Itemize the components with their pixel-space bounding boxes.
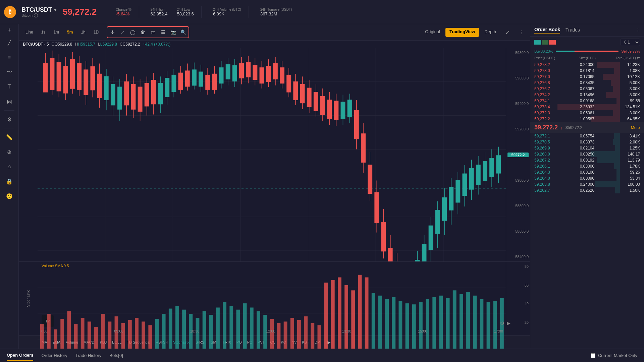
timeframe-1s[interactable]: 1s [39, 29, 48, 36]
search-tool[interactable]: 🔍 [178, 27, 188, 37]
svg-rect-53 [172, 75, 176, 92]
sell-row-9[interactable]: 59,272.3 0.05061 3.00K [530, 110, 644, 116]
svg-rect-93 [307, 88, 311, 107]
sell-row-2[interactable]: 59,278.0 0.01814 1.08K [530, 68, 644, 74]
dropdown-arrow[interactable]: ▼ [53, 8, 57, 12]
buy-percentage: Buy30.23% [534, 49, 553, 53]
sell-row-3[interactable]: 59,277.0 0.17065 10.12K [530, 74, 644, 80]
svg-rect-35 [111, 84, 115, 105]
sell-row-7[interactable]: 59,274.1 0.00168 99.58 [530, 98, 644, 104]
timeframe-1d[interactable]: 1D [91, 29, 101, 36]
svg-rect-107 [355, 110, 359, 139]
horizontal-line-tool[interactable]: ≡ [3, 51, 15, 63]
more-button[interactable]: More [631, 125, 640, 130]
fibonacci-tool[interactable]: ⋈ [3, 96, 15, 108]
sell-row-8[interactable]: 59,273.4 2.26932 134.51K [530, 104, 644, 110]
circle-tool[interactable]: ◯ [128, 27, 138, 37]
current-price-row: 59,272.2 ↓ $59272.2 More [530, 122, 644, 133]
buy-row-8[interactable]: 59,264.0 0.00090 53.34 [530, 175, 644, 181]
draw-line-tool[interactable]: ╱ [3, 37, 15, 49]
text-tool[interactable]: T [3, 81, 15, 93]
ruler-tool[interactable]: 📏 [3, 131, 15, 143]
book-headers: Price(USDT) Size(BTC) Total(USDT) ⇄ [530, 55, 644, 62]
scroll-right-btn[interactable]: ▶ [507, 320, 511, 326]
svg-rect-210 [426, 299, 429, 349]
price-label-5: 59000.0 [507, 178, 529, 182]
order-book-tab[interactable]: Order Book [534, 27, 560, 34]
bots-tab[interactable]: Bots[0] [109, 350, 123, 361]
sell-row-6[interactable]: 59,274.2 0.13496 8.00K [530, 92, 644, 98]
expand-view-btn[interactable]: ⤢ [501, 28, 514, 37]
time-900: 09:00 [114, 329, 123, 333]
svg-rect-47 [152, 80, 156, 104]
chart-settings-btn[interactable]: ⚙ [500, 320, 504, 326]
buy-row-4[interactable]: 59,268.0 0.00250 148.17 [530, 151, 644, 157]
open-orders-tab[interactable]: Open Orders [7, 350, 33, 361]
tradingview-btn[interactable]: TradingView [445, 28, 479, 37]
sell-row-5[interactable]: 59,276.7 0.05067 3.00K [530, 86, 644, 92]
timeframe-1h[interactable]: 1h [78, 29, 88, 36]
magnet-tool[interactable]: ⌂ [3, 161, 15, 173]
color-filter-blocks[interactable] [534, 40, 556, 45]
buy-row-3[interactable]: 59,269.9 0.02104 1.25K [530, 145, 644, 151]
chart-canvas[interactable]: 59800.0 59600.0 59400.0 59200.0 59272.2 … [19, 48, 530, 261]
settings-tool[interactable]: ⚙ [3, 113, 15, 125]
price-axis: 59800.0 59600.0 59400.0 59200.0 59272.2 … [506, 48, 530, 261]
delete-tool[interactable]: 🗑 [138, 27, 148, 37]
crosshair-tool[interactable]: ✛ [108, 27, 117, 37]
pair-name[interactable]: BTC/USDT ▼ [21, 6, 57, 13]
svg-rect-83 [273, 64, 277, 79]
order-history-tab[interactable]: Order History [41, 350, 67, 361]
sell-row-4[interactable]: 59,276.8 0.08435 5.00K [530, 80, 644, 86]
buy-row-5[interactable]: 59,267.2 0.00192 113.79 [530, 157, 644, 163]
sell-percentage: Sell69.77% [621, 49, 640, 53]
svg-rect-115 [381, 222, 385, 251]
svg-rect-67 [219, 68, 223, 83]
timeframe-line[interactable]: Line [23, 29, 36, 36]
buy-row-10[interactable]: 59,262.7 0.02526 1.50K [530, 187, 644, 193]
camera-tool[interactable]: 📷 [168, 27, 178, 37]
buy-row-7[interactable]: 59,264.3 0.00100 59.26 [530, 169, 644, 175]
flip-tool[interactable]: ⇄ [148, 27, 158, 37]
price-label-1: 59800.0 [507, 51, 529, 55]
buy-row-2[interactable]: 59,270.5 0.03373 2.00K [530, 139, 644, 145]
trade-history-tab[interactable]: Trade History [75, 350, 102, 361]
sell-row-1[interactable]: 59,278.2 0.24000 14.23K [530, 62, 644, 68]
decimal-select[interactable]: 0.1 0.01 1 [621, 39, 640, 46]
buy-row-9[interactable]: 59,263.8 0.24000 100.00 [530, 181, 644, 187]
timeframe-5m[interactable]: 5m [64, 29, 75, 36]
order-book-panel: Order Book Trades ⋮ 0.1 0.01 1 Buy30.23%… [530, 24, 644, 349]
depth-view-btn[interactable]: Depth [480, 28, 500, 37]
svg-rect-143 [476, 165, 480, 185]
bottom-bar: Open Orders Order History Trade History … [0, 349, 644, 362]
current-market-checkbox[interactable] [591, 353, 595, 358]
svg-rect-149 [496, 156, 500, 173]
ohlc-open: OO59229.8 [51, 42, 72, 47]
timeframe-1m[interactable]: 1m [51, 29, 62, 36]
time-1330: 13:30 [342, 329, 352, 333]
buy-fill [556, 51, 575, 52]
emoji-tool[interactable]: 🙂 [3, 190, 15, 202]
vol-scale-40: 40 [507, 302, 529, 306]
buy-row-1[interactable]: 59,272.1 0.05754 3.41K [530, 133, 644, 139]
sell-row-10[interactable]: 59,272.2 1.09587 64.95K [530, 116, 644, 122]
change-stat: Change % -5.64% [116, 8, 131, 16]
price-label-8: 58400.0 [507, 255, 529, 259]
zoom-in-tool[interactable]: ⊕ [3, 146, 15, 158]
time-1030: 10:30 [190, 329, 200, 333]
info-icon[interactable]: i [34, 13, 38, 17]
high-stat: 24H High 62,952.4 [151, 8, 168, 16]
trend-line-tool[interactable]: ⟋ [118, 27, 127, 37]
trades-tab[interactable]: Trades [566, 27, 580, 33]
svg-rect-218 [480, 299, 483, 349]
original-view-btn[interactable]: Original [421, 28, 444, 37]
lock-tool[interactable]: 🔒 [3, 175, 15, 187]
pair-info: BTC/USDT ▼ Bitcoin i [21, 6, 57, 17]
chart-more-btn[interactable]: ⋮ [517, 27, 526, 37]
svg-rect-204 [385, 299, 389, 349]
left-toolbar: + ╱ ≡ 〜 T ⋈ ⚙ 📏 ⊕ ⌂ 🔒 🙂 [0, 24, 19, 349]
buy-row-6[interactable]: 59,266.1 0.03000 1.78K [530, 163, 644, 169]
panel-more-btn[interactable]: ⋮ [636, 28, 640, 33]
list-tool[interactable]: ☰ [158, 27, 168, 37]
freehand-tool[interactable]: 〜 [3, 66, 15, 78]
